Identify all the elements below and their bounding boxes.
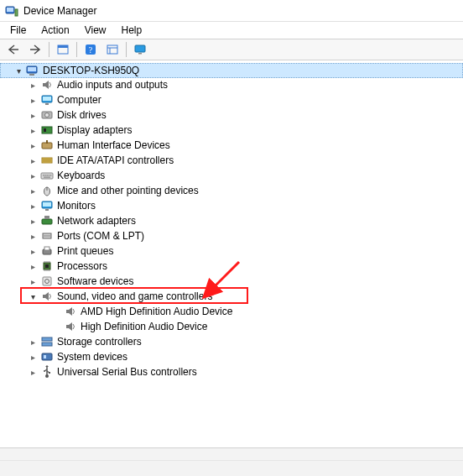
tree-category[interactable]: Monitors [0,198,463,213]
display-adapter-icon [40,123,54,137]
speaker-icon [40,290,54,303]
menu-file[interactable]: File [3,24,33,37]
expander-icon[interactable] [27,185,39,196]
tree-item-label: AMD High Definition Audio Device [81,306,239,317]
ide-icon [40,154,54,167]
svg-rect-16 [43,97,51,101]
tree-item-label: Processors [57,260,114,272]
tree-category[interactable]: Computer [0,92,463,107]
tree-category[interactable]: Sound, video and game controllers [0,289,463,304]
svg-rect-1 [7,8,13,12]
tree-item-label: Keyboards [57,170,112,181]
expander-spacer [50,306,62,317]
svg-rect-20 [42,127,52,133]
tree-device[interactable]: AMD High Definition Audio Device [0,304,463,319]
expander-icon[interactable] [27,260,39,272]
svg-rect-49 [45,264,49,268]
forward-button[interactable] [25,40,45,59]
storage-icon [40,335,54,348]
tree-category[interactable]: System devices [0,349,463,364]
tree-category[interactable]: Software devices [0,274,463,289]
expander-icon[interactable] [27,109,39,121]
expander-icon[interactable] [27,79,39,91]
back-button[interactable] [3,40,23,59]
keyboard-icon [40,169,54,182]
tree-category[interactable]: Universal Serial Bus controllers [0,364,463,379]
tree-item-label: IDE ATA/ATAPI controllers [57,154,180,166]
svg-rect-38 [45,209,49,211]
tree-item-label: Storage controllers [57,336,148,348]
port-icon [40,229,54,243]
tree-pane[interactable]: DESKTOP-KSH950QAudio inputs and outputsC… [0,62,463,446]
tree-device[interactable]: High Definition Audio Device [0,319,463,334]
help-button[interactable]: ? [81,40,101,59]
svg-point-44 [47,235,48,236]
tree-category[interactable]: Mice and other pointing devices [0,183,463,198]
toolbar-separator [126,42,127,57]
expander-icon[interactable] [27,366,39,378]
svg-rect-28 [43,175,44,176]
show-hidden-button[interactable] [53,40,73,59]
expander-icon[interactable] [27,351,39,363]
svg-rect-29 [44,175,46,176]
svg-rect-33 [44,177,50,178]
titlebar: Device Manager [0,0,463,22]
scan-display-button[interactable] [130,40,150,59]
tree-item-label: System devices [57,351,134,363]
tree-category[interactable]: Audio inputs and outputs [0,77,463,92]
svg-rect-40 [44,216,49,219]
svg-rect-60 [42,337,52,341]
speaker-icon [64,320,77,333]
tree-category[interactable]: IDE ATA/ATAPI controllers [0,153,463,168]
expander-icon[interactable] [27,94,39,106]
tree-item-label: Mice and other pointing devices [57,185,205,196]
svg-rect-63 [44,355,46,358]
svg-rect-47 [44,247,49,250]
tree-category[interactable]: Disk drives [0,107,463,123]
tree-item-label: Audio inputs and outputs [57,79,174,91]
svg-point-42 [44,235,44,236]
tree-item-label: High Definition Audio Device [81,321,214,332]
expander-icon[interactable] [27,200,39,212]
properties-button[interactable] [102,40,122,59]
expander-icon[interactable] [13,65,24,76]
tree-category[interactable]: Keyboards [0,168,463,183]
expander-icon[interactable] [27,154,39,166]
tree-item-label: DESKTOP-KSH950Q [43,65,146,76]
tree-category[interactable]: Network adapters [0,213,463,228]
tree-category[interactable]: Processors [0,259,463,274]
svg-rect-39 [42,219,52,224]
svg-point-19 [45,113,49,118]
monitor-icon [40,93,54,107]
expander-icon[interactable] [27,336,39,348]
expander-icon[interactable] [27,275,39,287]
tree-category[interactable]: Print queues [0,243,463,259]
expander-icon[interactable] [27,170,39,181]
expander-icon[interactable] [27,245,39,257]
tree-category[interactable]: Storage controllers [0,334,463,349]
computer-icon [26,64,39,77]
disk-icon [40,108,54,122]
svg-rect-17 [45,103,49,105]
tree-item-label: Software devices [57,275,140,287]
tree-item-label: Monitors [57,200,102,212]
menu-view[interactable]: View [78,24,113,37]
toolbar: ? [0,39,463,60]
menu-help[interactable]: Help [115,24,149,37]
svg-text:?: ? [89,45,93,55]
expander-icon[interactable] [27,290,39,302]
expander-icon[interactable] [27,215,39,227]
tree-item-label: Universal Serial Bus controllers [57,366,204,378]
expander-icon[interactable] [27,230,39,242]
tree-root[interactable]: DESKTOP-KSH950Q [0,63,463,78]
printer-icon [40,244,54,258]
usb-icon [40,365,54,379]
tree-category[interactable]: Human Interface Devices [0,138,463,153]
tree-category[interactable]: Ports (COM & LPT) [0,228,463,243]
tree-item-label: Human Interface Devices [57,139,177,151]
expander-icon[interactable] [27,124,39,136]
tree-category[interactable]: Display adapters [0,123,463,138]
cpu-icon [40,259,54,273]
menu-action[interactable]: Action [34,24,75,37]
expander-icon[interactable] [27,139,39,151]
